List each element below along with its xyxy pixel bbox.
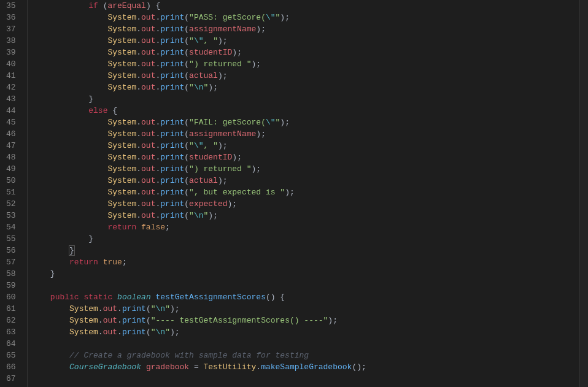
token: (	[184, 199, 189, 209]
line-number[interactable]: 44	[6, 105, 16, 117]
token: \n	[156, 328, 166, 337]
token: ) {	[146, 1, 160, 10]
code-line[interactable]: System.out.print("\n");	[31, 82, 579, 93]
line-number[interactable]: 61	[6, 303, 16, 315]
token: testGetAssignmentScores	[156, 293, 266, 302]
line-number[interactable]: 66	[6, 361, 16, 373]
line-number[interactable]: 60	[6, 291, 16, 303]
code-line[interactable]: if (areEqual) {	[31, 0, 579, 12]
token: (	[184, 25, 189, 34]
token: print	[160, 188, 184, 197]
line-number[interactable]: 48	[6, 151, 16, 163]
token: .	[136, 25, 141, 34]
line-number[interactable]: 40	[6, 58, 16, 70]
line-number[interactable]: 42	[6, 82, 16, 93]
code-editor[interactable]: 3536373839404142434445464748495051525354…	[0, 0, 588, 387]
token: }	[69, 245, 75, 256]
code-line[interactable]: System.out.print(studentID);	[31, 151, 579, 163]
token: assignmentName	[189, 129, 256, 139]
line-number-gutter[interactable]: 3536373839404142434445464748495051525354…	[0, 0, 28, 387]
line-number[interactable]: 36	[6, 12, 16, 23]
line-number[interactable]: 65	[6, 350, 16, 361]
code-line[interactable]: System.out.print(actual);	[31, 175, 579, 186]
token: );	[208, 83, 218, 92]
token: boolean	[117, 293, 151, 302]
line-number[interactable]: 50	[6, 175, 16, 186]
token: (	[184, 71, 189, 80]
line-number[interactable]: 67	[6, 373, 16, 385]
code-line[interactable]: else {	[31, 105, 579, 117]
line-number[interactable]: 35	[6, 0, 16, 12]
token: () {	[266, 293, 285, 302]
token: System	[107, 129, 136, 139]
token: );	[280, 118, 290, 127]
token: print	[160, 129, 184, 139]
token: );	[218, 36, 228, 45]
code-line[interactable]: System.out.print("\n");	[31, 210, 579, 221]
code-line[interactable]: public static boolean testGetAssignmentS…	[31, 291, 579, 303]
token	[151, 293, 156, 302]
token: \"	[266, 118, 276, 127]
code-line[interactable]: System.out.print("---- testGetAssignment…	[31, 315, 579, 326]
code-line[interactable]: System.out.print(assignmentName);	[31, 128, 579, 140]
line-number[interactable]: 56	[6, 245, 16, 256]
line-number[interactable]: 41	[6, 70, 16, 82]
line-number[interactable]: 46	[6, 128, 16, 140]
line-number[interactable]: 39	[6, 47, 16, 58]
token: ();	[352, 362, 366, 372]
line-number[interactable]: 54	[6, 221, 16, 233]
code-line[interactable]: }	[31, 233, 579, 245]
code-line[interactable]: System.out.print("\", ");	[31, 140, 579, 151]
line-number[interactable]: 62	[6, 315, 16, 326]
code-line[interactable]: CourseGradebook gradebook = TestUtility.…	[31, 361, 579, 373]
line-number[interactable]: 37	[6, 23, 16, 35]
code-line[interactable]: return true;	[31, 256, 579, 268]
line-number[interactable]: 38	[6, 35, 16, 47]
line-number[interactable]: 58	[6, 268, 16, 280]
token: );	[218, 176, 228, 185]
code-line[interactable]: }	[31, 93, 579, 105]
code-line[interactable]: System.out.print(") returned ");	[31, 163, 579, 175]
line-number[interactable]: 63	[6, 326, 16, 338]
line-number[interactable]: 51	[6, 186, 16, 198]
code-area[interactable]: if (areEqual) { System.out.print("PASS: …	[28, 0, 579, 387]
line-number[interactable]: 52	[6, 198, 16, 210]
token: System	[107, 25, 136, 34]
line-number[interactable]: 55	[6, 233, 16, 245]
code-line[interactable]: System.out.print(studentID);	[31, 47, 579, 58]
code-line[interactable]: System.out.print(expected);	[31, 198, 579, 210]
code-line[interactable]: }	[31, 268, 579, 280]
code-line[interactable]	[31, 280, 579, 291]
token: (	[184, 211, 189, 220]
token: out	[103, 316, 117, 325]
code-line[interactable]: System.out.print("FAIL: getScore(\"");	[31, 117, 579, 128]
code-line[interactable]: System.out.print(actual);	[31, 70, 579, 82]
code-line[interactable]: System.out.print("\n");	[31, 303, 579, 315]
line-number[interactable]: 47	[6, 140, 16, 151]
code-line[interactable]	[31, 373, 579, 385]
token: .	[136, 188, 141, 197]
token: System	[107, 48, 136, 57]
line-number[interactable]: 64	[6, 338, 16, 350]
code-line[interactable]: System.out.print(") returned ");	[31, 58, 579, 70]
code-line[interactable]: return false;	[31, 221, 579, 233]
line-number[interactable]: 43	[6, 93, 16, 105]
line-number[interactable]: 53	[6, 210, 16, 221]
token: (	[184, 164, 189, 174]
token: .	[117, 316, 122, 325]
line-number[interactable]: 59	[6, 280, 16, 291]
code-line[interactable]: System.out.print(", but expected is ");	[31, 186, 579, 198]
code-line[interactable]: // Create a gradebook with sample data f…	[31, 350, 579, 361]
line-number[interactable]: 45	[6, 117, 16, 128]
code-line[interactable]: System.out.print("\n");	[31, 326, 579, 338]
line-number[interactable]: 57	[6, 256, 16, 268]
token: System	[107, 199, 136, 209]
token: System	[107, 118, 136, 127]
line-number[interactable]: 49	[6, 163, 16, 175]
scrollbar[interactable]	[579, 0, 588, 387]
code-line[interactable]: System.out.print(assignmentName);	[31, 23, 579, 35]
code-line[interactable]: System.out.print("\", ");	[31, 35, 579, 47]
code-line[interactable]: }	[31, 245, 579, 256]
code-line[interactable]	[31, 338, 579, 350]
code-line[interactable]: System.out.print("PASS: getScore(\"");	[31, 12, 579, 23]
